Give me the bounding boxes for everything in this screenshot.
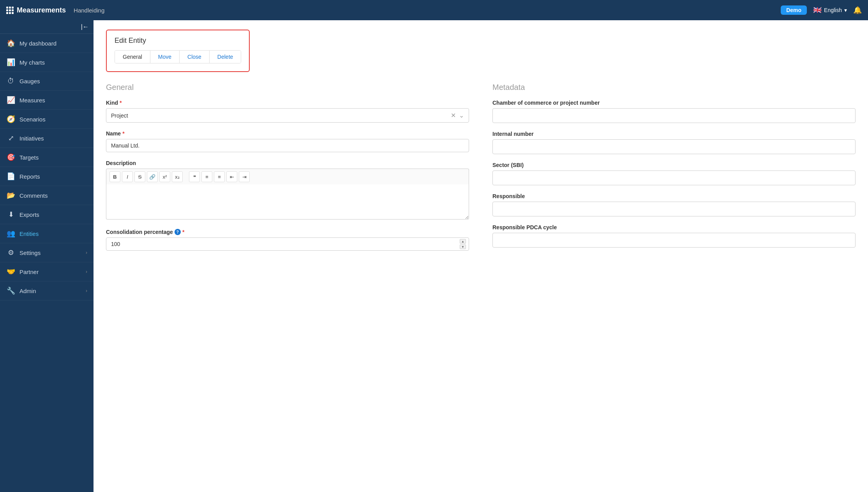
edit-entity-panel: Edit Entity General Move Close Delete xyxy=(106,30,250,72)
tab-move[interactable]: Move xyxy=(150,51,180,63)
brand-logo[interactable]: Measurements xyxy=(6,6,66,14)
reports-icon: 📄 xyxy=(6,172,16,181)
admin-icon: 🔧 xyxy=(6,286,16,295)
notifications-bell-icon[interactable]: 🔔 xyxy=(853,6,862,14)
name-input[interactable] xyxy=(106,139,469,152)
name-label: Name * xyxy=(106,130,469,137)
top-nav-right: Demo 🇬🇧 English ▾ 🔔 xyxy=(781,5,862,15)
sidebar-item-comments[interactable]: 📂 Comments xyxy=(0,186,94,205)
sector-input[interactable] xyxy=(492,170,856,185)
internal-number-input[interactable] xyxy=(492,139,856,154)
consolidation-input[interactable] xyxy=(106,237,469,251)
settings-icon: ⚙ xyxy=(6,248,16,257)
kind-label: Kind * xyxy=(106,100,469,106)
sidebar-item-label: My charts xyxy=(19,59,45,66)
sidebar-item-my-dashboard[interactable]: 🏠 My dashboard xyxy=(0,34,94,53)
sidebar-item-scenarios[interactable]: 🧭 Scenarios xyxy=(0,110,94,129)
unordered-list-button[interactable]: ≡ xyxy=(201,171,212,182)
consolidation-input-wrapper: ▲ ▼ xyxy=(106,237,469,251)
gauges-icon: ⏱ xyxy=(6,77,16,85)
indent-button[interactable]: ⇥ xyxy=(239,171,250,182)
sidebar-item-gauges[interactable]: ⏱ Gauges xyxy=(0,72,94,91)
brand-name: Measurements xyxy=(17,6,66,14)
sidebar-item-targets[interactable]: 🎯 Targets xyxy=(0,148,94,167)
language-label: English xyxy=(824,7,842,13)
collapse-icon: |← xyxy=(81,23,89,30)
sidebar-item-entities[interactable]: 👥 Entities xyxy=(0,224,94,243)
handleiding-link[interactable]: Handleiding xyxy=(74,7,104,14)
kind-clear-icon[interactable]: ✕ xyxy=(451,112,456,119)
responsible-input[interactable] xyxy=(492,202,856,216)
sidebar-item-label: Gauges xyxy=(19,78,40,84)
kind-select[interactable]: Project ✕ ⌄ xyxy=(106,108,469,123)
sidebar-item-partner[interactable]: 🤝 Partner › xyxy=(0,262,94,281)
sidebar-collapse-button[interactable]: |← xyxy=(0,20,94,34)
blockquote-button[interactable]: ❝ xyxy=(189,171,200,182)
entities-icon: 👥 xyxy=(6,229,16,238)
flag-icon: 🇬🇧 xyxy=(813,6,822,14)
partner-chevron-icon: › xyxy=(86,269,87,274)
sector-field-group: Sector (SBI) xyxy=(492,162,856,185)
edit-entity-title: Edit Entity xyxy=(115,37,241,45)
description-field-group: Description B I S 🔗 x² x₂ ❝ ≡ ≡ ⇤ ⇥ xyxy=(106,160,469,221)
sidebar: |← 🏠 My dashboard 📊 My charts ⏱ Gauges 📈 xyxy=(0,20,94,492)
italic-button[interactable]: I xyxy=(122,171,133,182)
sidebar-item-admin[interactable]: 🔧 Admin › xyxy=(0,281,94,300)
kind-select-value: Project xyxy=(111,112,451,119)
description-label: Description xyxy=(106,160,469,166)
superscript-button[interactable]: x² xyxy=(159,171,170,182)
chamber-input[interactable] xyxy=(492,108,856,123)
ordered-list-button[interactable]: ≡ xyxy=(214,171,225,182)
sidebar-item-label: Initiatives xyxy=(19,135,44,142)
measures-icon: 📈 xyxy=(6,96,16,104)
responsible-pdca-input[interactable] xyxy=(492,233,856,248)
settings-chevron-icon: › xyxy=(86,250,87,255)
responsible-field-group: Responsible xyxy=(492,193,856,216)
sidebar-item-label: Exports xyxy=(19,211,39,218)
form-layout: General Kind * Project ✕ ⌄ xyxy=(106,83,856,258)
sidebar-item-label: Scenarios xyxy=(19,116,46,123)
exports-icon: ⬇ xyxy=(6,210,16,219)
metadata-section-title: Metadata xyxy=(492,83,856,92)
sidebar-item-measures[interactable]: 📈 Measures xyxy=(0,91,94,110)
consolidation-info-icon[interactable]: ? xyxy=(175,229,181,235)
sidebar-item-exports[interactable]: ⬇ Exports xyxy=(0,205,94,224)
name-required-star: * xyxy=(122,130,124,137)
demo-badge: Demo xyxy=(781,5,807,15)
sidebar-item-label: Measures xyxy=(19,97,45,104)
scenarios-icon: 🧭 xyxy=(6,115,16,123)
content-area: Edit Entity General Move Close Delete Ge… xyxy=(94,20,868,492)
tab-delete[interactable]: Delete xyxy=(210,51,241,63)
admin-chevron-icon: › xyxy=(86,288,87,293)
outdent-button[interactable]: ⇤ xyxy=(226,171,237,182)
consolidation-label: Consolidation percentage ? * xyxy=(106,229,469,235)
internal-number-field-group: Internal number xyxy=(492,131,856,154)
sidebar-item-my-charts[interactable]: 📊 My charts xyxy=(0,53,94,72)
sidebar-item-settings[interactable]: ⚙ Settings › xyxy=(0,243,94,262)
kind-chevron-icon[interactable]: ⌄ xyxy=(459,112,464,119)
home-icon: 🏠 xyxy=(6,39,16,47)
sidebar-item-label: Reports xyxy=(19,173,40,180)
comments-icon: 📂 xyxy=(6,191,16,200)
strikethrough-button[interactable]: S xyxy=(134,171,145,182)
top-navigation: Measurements Handleiding Demo 🇬🇧 English… xyxy=(0,0,868,20)
language-selector[interactable]: 🇬🇧 English ▾ xyxy=(813,6,847,14)
internal-number-label: Internal number xyxy=(492,131,856,137)
tab-close[interactable]: Close xyxy=(180,51,210,63)
bold-button[interactable]: B xyxy=(109,171,120,182)
spinner-up-button[interactable]: ▲ xyxy=(460,239,466,244)
partner-icon: 🤝 xyxy=(6,267,16,276)
description-textarea[interactable] xyxy=(106,184,469,220)
sidebar-item-initiatives[interactable]: ⤢ Initiatives xyxy=(0,129,94,148)
charts-icon: 📊 xyxy=(6,58,16,67)
number-spinners: ▲ ▼ xyxy=(460,239,466,249)
sidebar-item-reports[interactable]: 📄 Reports xyxy=(0,167,94,186)
kind-required-star: * xyxy=(120,100,122,106)
tab-general[interactable]: General xyxy=(115,51,150,63)
spinner-down-button[interactable]: ▼ xyxy=(460,244,466,249)
sidebar-item-label: Partner xyxy=(19,269,39,275)
sidebar-item-label: Targets xyxy=(19,154,39,161)
chamber-label: Chamber of commerce or project number xyxy=(492,100,856,106)
subscript-button[interactable]: x₂ xyxy=(172,171,183,182)
link-button[interactable]: 🔗 xyxy=(147,171,158,182)
